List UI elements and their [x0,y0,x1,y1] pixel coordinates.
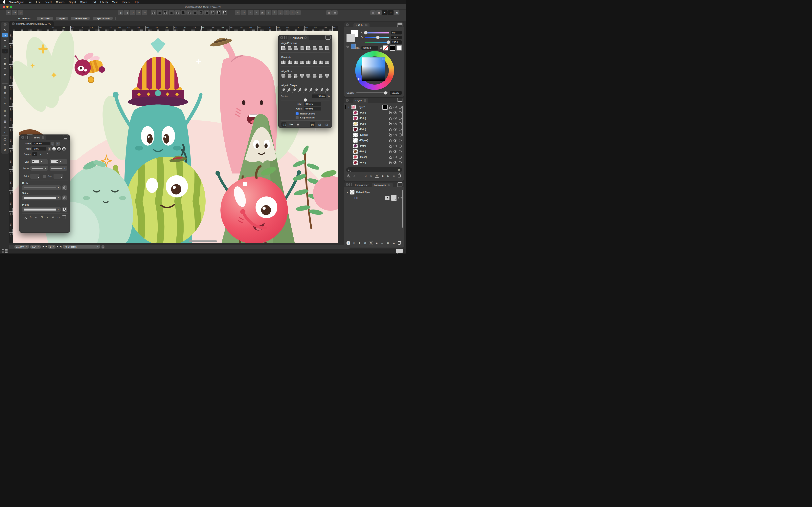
alignment-panel-header[interactable]: Alignment [278,35,332,40]
divide[interactable] [186,10,192,15]
layer-object-row[interactable]: {Path} [344,143,404,149]
opacity-thumb[interactable] [384,91,387,95]
rotate-objects-checkbox[interactable] [296,112,299,115]
lock-icon[interactable] [389,123,392,125]
align-bottom-button[interactable] [318,46,323,50]
align-selection-mode-button[interactable] [310,122,315,127]
fill-row[interactable]: Fill [344,195,404,201]
black-swatch[interactable] [390,45,395,51]
stroke-panel-header[interactable]: Stroke [19,135,69,140]
add-style-button[interactable] [347,241,350,244]
size-height-max-button[interactable] [312,74,317,78]
grid-warp-tool[interactable]: ▤ [2,113,8,118]
gap-checkbox[interactable] [43,175,46,178]
roughen-tool[interactable]: ≈ [2,96,8,100]
camera-icon[interactable] [374,241,378,245]
menu-item[interactable]: Canvas [56,1,64,4]
cap-end-dropdown[interactable] [50,159,67,164]
exclude[interactable] [174,10,180,15]
layer-object-row[interactable]: {Path} [344,115,404,121]
stroke-frame-button[interactable] [56,215,61,219]
target-circle-icon[interactable] [399,139,402,142]
layers-panel-header[interactable]: Layers [344,98,404,103]
visibility-icon[interactable] [394,112,397,114]
layers-scrollbar[interactable] [402,106,403,136]
layer-object-row[interactable]: {Ellipse} [344,137,404,143]
sync-button[interactable]: ↻ [18,10,23,15]
frame-button[interactable] [363,174,368,178]
align-field[interactable]: 0,0% [32,147,46,151]
flip-vertical-button[interactable]: ◨ [124,10,130,15]
menu-item[interactable]: Panels [122,1,130,4]
arrow-end-dropdown[interactable] [50,166,67,171]
center-slider-thumb[interactable] [304,99,307,102]
tool-divider[interactable] [2,107,7,107]
selection-tool[interactable]: ↖ [2,27,8,32]
target-circle-icon[interactable] [399,145,402,148]
fill-tool[interactable]: ◆ [2,72,8,77]
align-shapes-mode-button[interactable] [317,122,322,127]
distribute-center-h-button[interactable] [287,60,292,64]
rotation-control[interactable]: 0,0° [30,245,41,248]
snap-tool[interactable]: ∩ [2,43,8,48]
menu-item[interactable]: Effects [100,1,108,4]
layer-object-row[interactable]: {Mesh} [344,154,404,160]
stroke-add-button[interactable] [51,215,55,219]
swap-style-button[interactable] [392,241,396,245]
align-middle-v-button[interactable] [312,46,317,50]
lock-icon[interactable] [389,162,392,164]
cap-start-dropdown[interactable] [30,159,48,164]
context-button[interactable]: Layer Options [93,17,113,20]
path-tool[interactable]: ∫ [2,77,8,82]
object-thumbnail[interactable] [353,116,358,120]
cycle-button[interactable]: ↻ [295,10,301,15]
rotate-left-button[interactable]: ↺ [130,10,136,15]
rotate-right-button[interactable]: ↻ [136,10,141,15]
no-color-swatch[interactable] [383,45,388,51]
lock-icon[interactable] [389,112,392,114]
flip-horizontal-button[interactable]: ◧ [118,10,123,15]
dash-dropdown[interactable] [22,185,61,190]
trim[interactable] [192,10,198,15]
slider-thumb[interactable] [387,40,390,44]
alignment-panel-tab[interactable]: Alignment [288,36,309,40]
menu-item[interactable]: Edit [36,1,41,4]
color-wheel[interactable] [355,51,394,90]
hue-marker[interactable] [358,78,361,80]
align-page-button[interactable] [296,122,301,127]
distribute-gap-v-button[interactable] [325,60,330,64]
tool-divider[interactable] [2,55,7,55]
visibility-icon[interactable] [394,123,397,125]
visibility-icon[interactable] [394,139,397,142]
share-button[interactable]: ↗ [254,10,259,15]
align-top-button[interactable] [306,46,311,50]
layer-object-row[interactable]: {Path} [344,126,404,132]
dock-row[interactable] [2,251,7,253]
object-thumbnail[interactable] [353,122,358,126]
channel-r-field[interactable]: 0,0 [391,31,402,35]
distribute-middle-v-button[interactable] [312,60,317,64]
white-swatch[interactable] [397,45,402,51]
panel-grip-icon[interactable] [26,136,28,138]
channel-b-slider[interactable] [365,42,389,43]
knife-tool[interactable]: ✎ [2,56,8,61]
panel-grip-icon[interactable] [350,183,352,186]
intersect[interactable] [181,10,186,15]
color-panel-header[interactable]: Color [344,22,404,27]
corner-bevel-button[interactable]: ◜ [45,152,50,156]
tab-transparency[interactable]: Transparency [352,183,371,187]
clip-button[interactable] [358,174,362,178]
swap-colors-icon[interactable] [379,47,382,49]
target-circle-icon[interactable] [399,106,402,109]
visibility-icon[interactable] [394,150,397,153]
channel-r-slider[interactable] [365,32,389,34]
close-tab-icon[interactable] [364,99,366,102]
horizontal-ruler[interactable]: 9510010511011512012513013514014515015516… [13,26,339,31]
target-circle-icon[interactable] [399,122,402,125]
layer-object-row[interactable]: {Path} [344,110,404,115]
layer-name[interactable]: Layer 1 [358,106,365,109]
expand-icon[interactable] [348,106,350,108]
add-brush-button[interactable] [357,241,362,245]
context-button[interactable]: Create Layer [71,17,90,20]
delete-style-button[interactable] [397,241,402,245]
